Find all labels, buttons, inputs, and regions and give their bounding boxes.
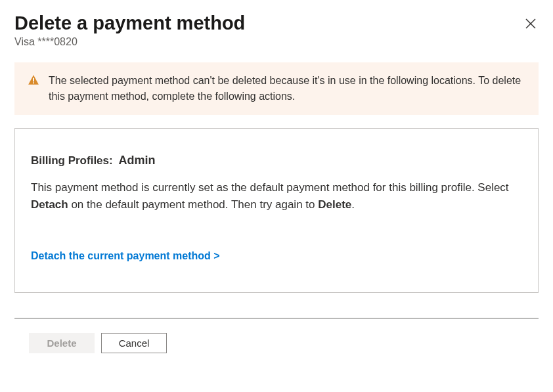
button-row: Delete Cancel xyxy=(29,333,539,353)
profile-line: Billing Profiles: Admin xyxy=(31,154,522,167)
warning-message: The selected payment method can't be del… xyxy=(49,73,525,104)
cancel-button[interactable]: Cancel xyxy=(101,333,167,353)
dialog-title: Delete a payment method xyxy=(14,12,523,35)
close-button[interactable] xyxy=(523,16,539,33)
desc-strong-detach: Detach xyxy=(31,198,68,211)
desc-strong-delete: Delete xyxy=(318,198,351,211)
billing-profile-card: Billing Profiles: Admin This payment met… xyxy=(14,128,539,294)
title-block: Delete a payment method Visa ****0820 xyxy=(14,12,523,48)
close-icon xyxy=(525,21,536,31)
delete-button: Delete xyxy=(29,333,95,353)
profile-description: This payment method is currently set as … xyxy=(31,179,522,214)
desc-text-2: on the default payment method. Then try … xyxy=(68,198,319,211)
svg-rect-2 xyxy=(33,77,34,81)
desc-text-3: . xyxy=(351,198,355,211)
profile-label: Billing Profiles: xyxy=(31,154,113,167)
dialog-subtitle: Visa ****0820 xyxy=(14,36,523,48)
warning-banner: The selected payment method can't be del… xyxy=(14,62,539,115)
desc-text-1: This payment method is currently set as … xyxy=(31,181,509,194)
svg-rect-3 xyxy=(33,82,34,83)
divider xyxy=(14,318,539,318)
detach-link[interactable]: Detach the current payment method > xyxy=(31,250,220,262)
profile-name: Admin xyxy=(118,154,155,167)
dialog-header: Delete a payment method Visa ****0820 xyxy=(14,12,539,48)
warning-icon xyxy=(28,74,39,89)
